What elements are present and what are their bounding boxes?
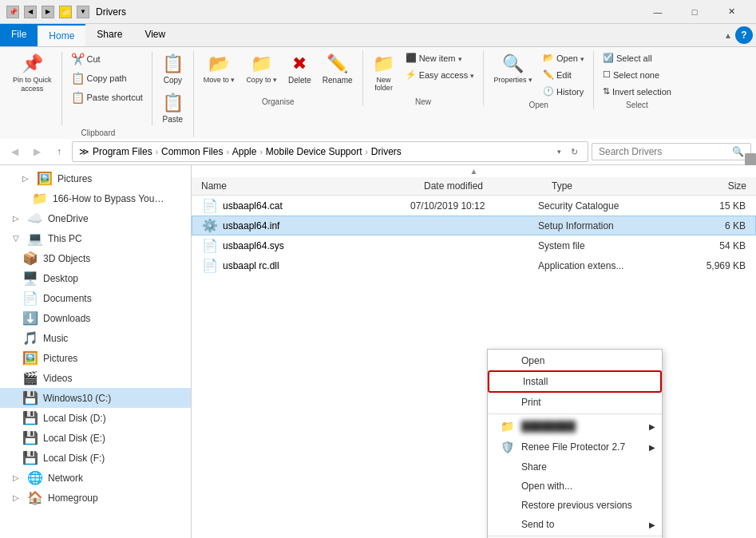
back-button[interactable]: ◀ — [5, 142, 24, 161]
file-size: 15 KB — [682, 200, 746, 212]
sidebar-item-videos[interactable]: 🎬 Videos — [0, 368, 191, 388]
rename-icon: ✏️ — [327, 53, 348, 74]
select-all-icon: ☑️ — [603, 53, 614, 63]
copy-to-button[interactable]: 📁 Copy to ▾ — [241, 50, 282, 87]
down-icon: ▼ — [77, 6, 89, 18]
copy-path-icon: 📋 — [71, 72, 85, 85]
file-icon: ⚙️ — [202, 218, 218, 233]
sidebar-item-pictures2[interactable]: 🖼️ Pictures — [0, 348, 191, 368]
close-button[interactable]: ✕ — [713, 0, 750, 24]
address-path[interactable]: ≫ Program Files › Common Files › Apple ›… — [72, 141, 588, 162]
ctx-share[interactable]: Share — [488, 457, 662, 477]
new-folder-button[interactable]: 📁 Newfolder — [368, 50, 400, 95]
open-button[interactable]: 📂 Open ▾ — [539, 50, 588, 65]
sidebar-item-desktop[interactable]: 🖥️ Desktop — [0, 268, 191, 288]
sidebar-item-pictures[interactable]: ▷ 🖼️ Pictures — [0, 168, 191, 188]
ctx-print[interactable]: Print — [488, 393, 662, 412]
col-header-size[interactable]: Size — [689, 177, 753, 195]
pin-to-quick-access-button[interactable]: 📌 Pin to Quickaccess — [8, 50, 57, 97]
sidebar-item-thispc[interactable]: ▽ 💻 This PC — [0, 228, 191, 248]
history-label: History — [556, 87, 584, 97]
sidebar-item-network[interactable]: ▷ 🌐 Network — [0, 468, 191, 488]
ctx-arrow: ▶ — [649, 422, 655, 431]
forward-button[interactable]: ▶ — [27, 142, 46, 161]
delete-button[interactable]: ✖ Delete — [283, 50, 316, 88]
ctx-open-with[interactable]: Open with... — [488, 477, 662, 496]
ctx-send-to[interactable]: Send to ▶ — [488, 515, 662, 534]
col-header-date[interactable]: Date modified — [418, 177, 545, 195]
sidebar-item-locale[interactable]: 💾 Local Disk (E:) — [0, 428, 191, 448]
quick-access-icon: 📌 — [6, 6, 19, 18]
up-button[interactable]: ↑ — [49, 142, 69, 161]
file-type: System file — [538, 240, 682, 251]
ctx-print-label: Print — [521, 397, 541, 408]
col-header-type[interactable]: Type — [545, 177, 689, 195]
window-title: Drivers — [96, 6, 126, 18]
col-header-name[interactable]: Name — [195, 177, 418, 195]
paste-shortcut-label: Paste shortcut — [87, 93, 143, 102]
path-chevron2: › — [226, 148, 228, 156]
sidebar-label: Pictures — [57, 173, 92, 184]
path-chevron4: › — [366, 148, 368, 156]
sidebar-item-3dobjects[interactable]: 📦 3D Objects — [0, 248, 191, 268]
ctx-install[interactable]: Install — [488, 370, 662, 393]
easy-access-button[interactable]: ⚡ Easy access ▾ — [402, 67, 479, 82]
copy-button[interactable]: 📋 Copy — [157, 50, 188, 88]
select-none-button[interactable]: ☐ Select none — [599, 67, 675, 82]
sidebar-label: Videos — [43, 373, 72, 384]
help-button[interactable]: ? — [735, 26, 753, 44]
file-icon: 📄 — [202, 258, 218, 273]
ctx-open[interactable]: Open — [488, 351, 662, 370]
edit-button[interactable]: ✏️ Edit — [539, 67, 588, 82]
sidebar-item-documents[interactable]: 📄 Documents — [0, 288, 191, 308]
refresh-button[interactable]: ↻ — [567, 144, 581, 159]
copy-path-button[interactable]: 📋 Copy path — [67, 69, 147, 87]
minimize-button[interactable]: — — [639, 0, 676, 24]
left-icon: ◀ — [24, 6, 37, 18]
properties-button[interactable]: 🔍 Properties ▾ — [489, 50, 537, 87]
move-to-button[interactable]: 📂 Move to ▾ — [199, 50, 240, 87]
search-box[interactable]: 🔍 — [592, 143, 751, 160]
rename-button[interactable]: ✏️ Rename — [318, 50, 358, 88]
invert-selection-button[interactable]: ⇅ Invert selection — [599, 84, 675, 99]
scroll-up-button[interactable]: ▲ — [192, 165, 756, 177]
sidebar-item-bypass[interactable]: 📁 166-How to Bypass YouTube C — [0, 188, 191, 208]
sidebar-item-music[interactable]: 🎵 Music — [0, 328, 191, 348]
search-input[interactable] — [599, 146, 729, 157]
history-icon: 🕐 — [543, 86, 554, 97]
path-dropdown-button[interactable]: ▾ — [552, 144, 565, 159]
tab-view[interactable]: View — [133, 24, 176, 46]
paste-button[interactable]: 📋 Paste — [157, 89, 188, 127]
paste-shortcut-button[interactable]: 📋 Paste shortcut — [67, 89, 147, 106]
maximize-button[interactable]: □ — [676, 0, 713, 24]
file-date: 07/10/2019 10:12 — [410, 200, 538, 212]
title-bar-controls: — □ ✕ — [639, 0, 750, 24]
ctx-restore[interactable]: Restore previous versions — [488, 496, 662, 515]
ctx-renee[interactable]: 🛡️ Renee File Protector 2.7 ▶ — [488, 437, 662, 457]
sidebar-item-homegroup[interactable]: ▷ 🏠 Homegroup — [0, 488, 191, 508]
sidebar-item-locald[interactable]: 💾 Local Disk (D:) — [0, 408, 191, 428]
new-item-button[interactable]: ⬛ New item ▾ — [402, 50, 479, 65]
select-all-button[interactable]: ☑️ Select all — [599, 50, 675, 65]
open-icon: 📂 — [543, 53, 554, 63]
table-row[interactable]: ⚙️ usbaapl64.inf Setup Information 6 KB — [192, 216, 756, 235]
tab-share[interactable]: Share — [85, 24, 133, 46]
sidebar-item-onedrive[interactable]: ▷ ☁️ OneDrive — [0, 208, 191, 228]
tab-home[interactable]: Home — [38, 24, 85, 46]
ctx-blurred[interactable]: 📁 ████████ ▶ — [488, 416, 662, 437]
ribbon-tabs: File Home Share View ▲ ? — [0, 24, 756, 47]
sidebar-item-localf[interactable]: 💾 Local Disk (F:) — [0, 448, 191, 468]
paste-shortcut-icon: 📋 — [71, 91, 85, 104]
properties-icon: 🔍 — [502, 53, 524, 74]
sidebar-item-windows10c[interactable]: 💾 Windows10 (C:) — [0, 388, 191, 408]
tab-file[interactable]: File — [0, 24, 38, 46]
copy-to-icon: 📁 — [251, 53, 272, 74]
table-row[interactable]: 📄 usbaapl rc.dll Application extens... 5… — [192, 255, 756, 275]
path-part4: Mobile Device Support — [266, 146, 362, 157]
cut-button[interactable]: ✂️ Cut — [67, 50, 147, 68]
table-row[interactable]: 📄 usbaapl64.cat 07/10/2019 10:12 Securit… — [192, 196, 756, 216]
history-button[interactable]: 🕐 History — [539, 84, 588, 99]
select-label: Select — [599, 99, 675, 109]
sidebar-item-downloads[interactable]: ⬇️ Downloads — [0, 308, 191, 328]
table-row[interactable]: 📄 usbaapl64.sys System file 54 KB — [192, 235, 756, 255]
